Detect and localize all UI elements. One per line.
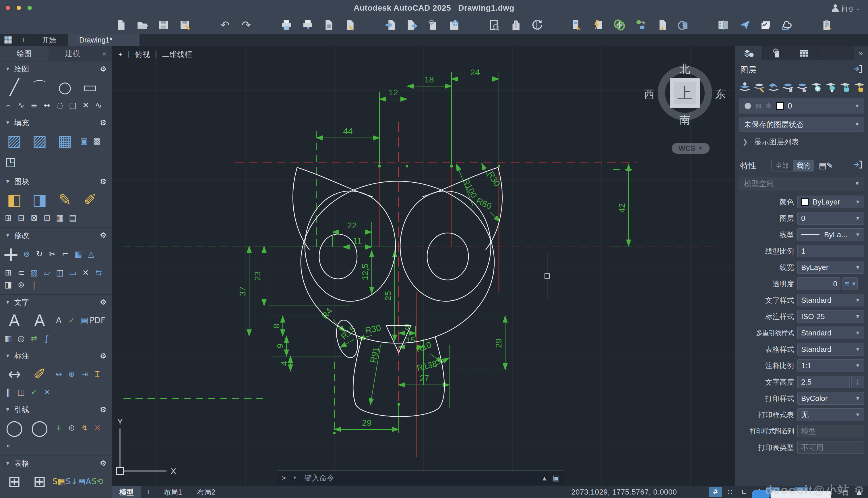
xline-icon[interactable]: ✕: [79, 100, 92, 112]
geometric-center-button[interactable]: [613, 19, 626, 31]
hatch-trim-icon[interactable]: ▩: [91, 135, 103, 147]
text-height-input[interactable]: 2.5: [797, 376, 850, 388]
collapse-triangle-icon[interactable]: ▼: [5, 407, 10, 413]
auto-hide-pin-icon[interactable]: [853, 160, 863, 171]
offset-icon[interactable]: ⊂: [15, 267, 28, 279]
gear-icon[interactable]: ⚙: [100, 231, 107, 239]
layer-off-icon[interactable]: [825, 82, 837, 93]
dim-inspect-icon[interactable]: ✕: [40, 386, 53, 398]
dim-center-icon[interactable]: ⊕: [65, 368, 78, 380]
dim-check-icon[interactable]: ✓: [28, 386, 40, 398]
layer-states-dropdown[interactable]: 未保存的图层状态 ▼: [739, 117, 864, 132]
gear-icon[interactable]: ⚙: [100, 118, 107, 127]
tab-attach[interactable]: [763, 46, 790, 60]
align-icon[interactable]: ◨: [2, 279, 15, 291]
dim-style-icon[interactable]: ✐: [27, 362, 52, 386]
line-icon[interactable]: ╱: [2, 75, 27, 100]
text-align-icon[interactable]: ▥: [2, 332, 15, 345]
hatch-icon[interactable]: ▨: [2, 129, 27, 153]
revcloud-icon[interactable]: ▢: [66, 100, 79, 112]
transparency-input[interactable]: 0: [797, 277, 840, 290]
dim-ordinate-icon[interactable]: ⌶: [91, 368, 104, 380]
command-history-icon[interactable]: ▣: [553, 474, 560, 482]
attach-button[interactable]: [426, 19, 439, 31]
linetype-scale-input[interactable]: 1: [797, 245, 864, 257]
fillet-icon[interactable]: ⌐: [59, 248, 72, 260]
move-icon[interactable]: +: [2, 241, 20, 267]
mleader-style-icon[interactable]: ◯: [27, 416, 52, 440]
stretch-icon[interactable]: ⊞: [2, 267, 15, 279]
layer-lock-icon[interactable]: [839, 82, 851, 93]
grid-toggle-icon[interactable]: #: [709, 487, 722, 497]
dim-style-dropdown[interactable]: ISO-25▼: [797, 310, 864, 323]
mleader-align-icon[interactable]: ⊙: [65, 422, 78, 434]
share-button[interactable]: [738, 19, 751, 31]
save-button[interactable]: [157, 19, 170, 31]
layer-color-swatch[interactable]: [776, 102, 784, 110]
save-to-web-button[interactable]: [448, 19, 460, 31]
break-icon[interactable]: ✕: [79, 267, 92, 279]
lineweight-dropdown[interactable]: ByLayer▼: [797, 261, 864, 274]
page-setup-button[interactable]: [323, 19, 335, 31]
text-find-icon[interactable]: ◎: [15, 332, 28, 345]
layer-match-icon[interactable]: [754, 82, 765, 93]
block-edit-icon[interactable]: ✎: [52, 188, 78, 212]
block-create-icon[interactable]: ◨: [27, 188, 52, 212]
chevron-down-icon[interactable]: ▼: [293, 475, 297, 481]
layer-previous-icon[interactable]: [768, 82, 779, 93]
orbit-button[interactable]: [530, 19, 543, 31]
tab-model[interactable]: 模型: [112, 486, 141, 498]
layer-lock-state-icon[interactable]: ⊠: [756, 102, 761, 110]
attribute-edit-icon[interactable]: ✐: [78, 188, 103, 212]
table-icon[interactable]: ⊞: [2, 470, 27, 494]
quick-select-button[interactable]: [592, 19, 605, 31]
spellcheck-icon[interactable]: ✓: [65, 314, 78, 327]
gear-icon[interactable]: ⚙: [100, 352, 107, 360]
gradient-icon[interactable]: ▦: [52, 129, 78, 153]
batch-plot-button[interactable]: [301, 19, 314, 31]
filter-mine-button[interactable]: 我的: [793, 160, 814, 171]
wcs-dropdown[interactable]: WCS▼: [672, 143, 709, 154]
layer-freeze-state-icon[interactable]: ✻: [766, 102, 772, 110]
filter-all-button[interactable]: 全部: [772, 160, 793, 171]
layer-unlock-icon[interactable]: [854, 82, 865, 93]
layer-dropdown[interactable]: 0▼: [797, 212, 864, 225]
palette-collapse-button[interactable]: «: [97, 46, 112, 61]
add-layout-button[interactable]: +: [141, 487, 156, 497]
import-button[interactable]: [384, 19, 397, 31]
properties-select-button[interactable]: [571, 19, 583, 31]
layer-on-icon[interactable]: [745, 103, 751, 109]
mleader-icon[interactable]: ◯: [2, 416, 27, 440]
rectangle-icon[interactable]: ▭: [78, 75, 103, 100]
pan-hand-button[interactable]: [509, 19, 522, 31]
text-edit-icon[interactable]: A: [27, 309, 52, 332]
purge-button[interactable]: [655, 19, 668, 31]
zoom-window-button[interactable]: [488, 19, 501, 31]
compass-north-label[interactable]: 北: [679, 62, 690, 76]
circle-icon[interactable]: ○: [52, 75, 78, 100]
pdf-text-style-icon[interactable]: ƒ: [40, 332, 53, 345]
tab-start[interactable]: 开始: [30, 34, 68, 46]
gear-icon[interactable]: ⚙: [100, 298, 107, 306]
collapse-triangle-icon[interactable]: ▼: [5, 120, 10, 126]
mtext-icon[interactable]: A: [2, 309, 27, 332]
command-expand-icon[interactable]: ▴: [543, 474, 546, 482]
block-array-icon[interactable]: ▦: [53, 212, 66, 224]
annotation-scale-dropdown[interactable]: 1:1▼: [797, 359, 864, 372]
tab-layers[interactable]: [735, 46, 763, 60]
undo-button[interactable]: ↶: [219, 19, 231, 31]
text-table-icon[interactable]: ▤: [78, 314, 91, 327]
mleader-add-icon[interactable]: +: [52, 422, 65, 434]
dim-baseline-icon[interactable]: ⇥: [78, 368, 91, 380]
gear-icon[interactable]: ⚙: [100, 459, 107, 468]
array-icon[interactable]: ▦: [72, 248, 85, 260]
tab-layout1[interactable]: 布局1: [156, 486, 189, 498]
text-height-pick-button[interactable]: ⊹: [851, 376, 864, 388]
drawing-compare-button[interactable]: [717, 19, 730, 31]
spline-icon[interactable]: ∿: [92, 100, 105, 112]
tool-palette-icon[interactable]: ◳: [2, 153, 19, 170]
collapse-triangle-icon[interactable]: ▼: [5, 353, 10, 359]
boundary-icon[interactable]: ▣: [78, 135, 91, 147]
table-download-icon[interactable]: S↓: [65, 476, 78, 488]
show-layer-list-toggle[interactable]: ❯ 显示图层列表: [735, 132, 868, 152]
